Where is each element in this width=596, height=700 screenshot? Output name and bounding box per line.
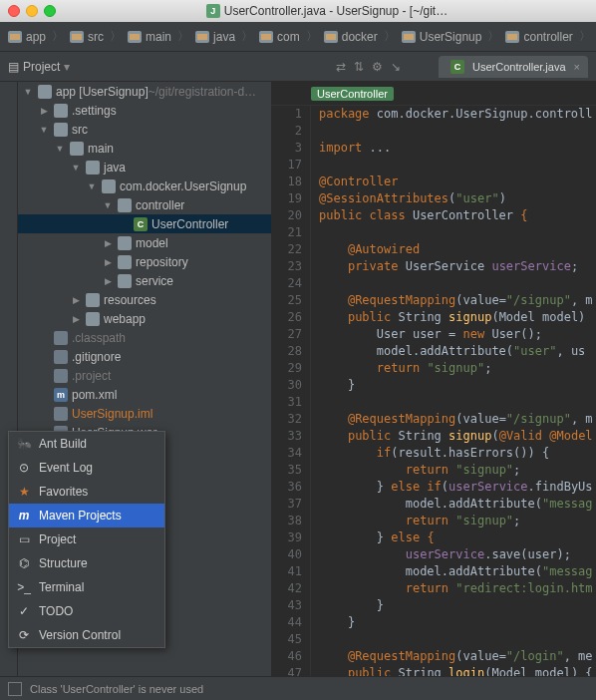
line-number[interactable]: 34 bbox=[271, 445, 302, 462]
popup-item[interactable]: mMaven Projects bbox=[9, 504, 164, 527]
line-number[interactable]: 38 bbox=[271, 513, 302, 529]
tree-row[interactable]: UserSignup.iml bbox=[18, 404, 271, 423]
toolbar-icon[interactable]: ⇄ bbox=[336, 60, 346, 74]
tree-twisty-icon[interactable]: ▶ bbox=[70, 295, 82, 305]
zoom-window-button[interactable] bbox=[44, 5, 56, 17]
code-line[interactable]: model.addAttribute("messag bbox=[319, 496, 596, 513]
popup-item[interactable]: ★Favorites bbox=[9, 480, 164, 504]
line-number[interactable]: 17 bbox=[271, 157, 302, 174]
code-line[interactable] bbox=[319, 224, 596, 241]
line-number[interactable]: 47 bbox=[271, 665, 302, 676]
code-line[interactable]: return "signup"; bbox=[319, 513, 596, 529]
tree-twisty-icon[interactable]: ▼ bbox=[54, 144, 66, 154]
tree-row[interactable]: CUserController bbox=[18, 214, 271, 233]
editor[interactable]: UserController 1231718192021222324252627… bbox=[271, 82, 596, 676]
popup-item[interactable]: ▭Project bbox=[9, 527, 164, 551]
code-line[interactable]: } else { bbox=[319, 529, 596, 546]
tool-window-toggle-icon[interactable] bbox=[8, 682, 22, 696]
tree-row[interactable]: ▶webapp bbox=[18, 309, 271, 328]
tree-row[interactable]: ▼app [UserSignup] ~/git/registration-d… bbox=[18, 82, 271, 101]
line-number[interactable]: 42 bbox=[271, 580, 302, 597]
code-line[interactable]: } bbox=[319, 597, 596, 614]
close-window-button[interactable] bbox=[8, 5, 20, 17]
line-number[interactable]: 23 bbox=[271, 258, 302, 275]
code-line[interactable]: import ... bbox=[319, 140, 596, 157]
code-line[interactable]: @Autowired bbox=[319, 241, 596, 258]
line-number[interactable]: 44 bbox=[271, 614, 302, 631]
popup-item[interactable]: 🐜Ant Build bbox=[9, 432, 164, 456]
code-content[interactable]: package com.docker.UserSignup.controllim… bbox=[311, 106, 596, 676]
code-line[interactable]: @Controller bbox=[319, 174, 596, 190]
line-number[interactable]: 35 bbox=[271, 462, 302, 479]
line-number[interactable]: 22 bbox=[271, 241, 302, 258]
breadcrumb-item[interactable]: com bbox=[255, 30, 304, 44]
line-number[interactable]: 2 bbox=[271, 123, 302, 140]
popup-item[interactable]: ⟳Version Control bbox=[9, 623, 164, 647]
code-line[interactable] bbox=[319, 394, 596, 411]
code-line[interactable]: public String signup(@Valid @Model bbox=[319, 428, 596, 445]
breadcrumb-item[interactable]: app bbox=[4, 30, 50, 44]
tree-row[interactable]: ▶repository bbox=[18, 252, 271, 271]
code-line[interactable]: } bbox=[319, 377, 596, 394]
tree-twisty-icon[interactable]: ▶ bbox=[70, 314, 82, 324]
line-number[interactable]: 18 bbox=[271, 174, 302, 190]
line-number[interactable]: 20 bbox=[271, 207, 302, 224]
chevron-down-icon[interactable]: ▾ bbox=[64, 60, 70, 74]
breadcrumb-item[interactable]: docker bbox=[320, 30, 382, 44]
toolbar-icon[interactable]: ⚙ bbox=[372, 60, 383, 74]
tree-row[interactable]: ▶model bbox=[18, 233, 271, 252]
popup-item[interactable]: ✓TODO bbox=[9, 599, 164, 623]
line-number[interactable]: 29 bbox=[271, 360, 302, 377]
breadcrumb-item[interactable]: UserSignup bbox=[398, 30, 486, 44]
line-number[interactable]: 40 bbox=[271, 546, 302, 563]
popup-item[interactable]: ⌬Structure bbox=[9, 551, 164, 575]
line-number[interactable]: 25 bbox=[271, 292, 302, 309]
code-line[interactable]: @RequestMapping(value="/signup", m bbox=[319, 292, 596, 309]
code-line[interactable]: return "signup"; bbox=[319, 360, 596, 377]
popup-item[interactable]: ⊙Event Log bbox=[9, 456, 164, 480]
code-line[interactable]: package com.docker.UserSignup.controll bbox=[319, 106, 596, 123]
line-number[interactable]: 33 bbox=[271, 428, 302, 445]
code-line[interactable] bbox=[319, 631, 596, 648]
line-number[interactable]: 24 bbox=[271, 275, 302, 292]
tree-twisty-icon[interactable]: ▼ bbox=[22, 87, 34, 97]
line-number[interactable]: 31 bbox=[271, 394, 302, 411]
line-number[interactable]: 30 bbox=[271, 377, 302, 394]
popup-item[interactable]: >_Terminal bbox=[9, 575, 164, 599]
code-line[interactable]: model.addAttribute("messag bbox=[319, 563, 596, 580]
code-line[interactable]: if(result.hasErrors()) { bbox=[319, 445, 596, 462]
code-line[interactable]: return "redirect:login.htm bbox=[319, 580, 596, 597]
class-crumb[interactable]: UserController bbox=[311, 87, 394, 101]
tree-twisty-icon[interactable]: ▼ bbox=[38, 125, 50, 135]
code-line[interactable] bbox=[319, 123, 596, 140]
tree-twisty-icon[interactable]: ▼ bbox=[70, 163, 82, 173]
line-number[interactable]: 45 bbox=[271, 631, 302, 648]
code-line[interactable]: userService.save(user); bbox=[319, 546, 596, 563]
tree-twisty-icon[interactable]: ▶ bbox=[102, 257, 114, 267]
editor-tab[interactable]: C UserController.java × bbox=[439, 56, 588, 78]
breadcrumb-item[interactable]: src bbox=[66, 30, 108, 44]
line-number[interactable]: 39 bbox=[271, 529, 302, 546]
toolbar-icon[interactable]: ↘ bbox=[391, 60, 401, 74]
code-line[interactable] bbox=[319, 275, 596, 292]
tree-row[interactable]: .gitignore bbox=[18, 347, 271, 366]
code-line[interactable]: public String signup(Model model) bbox=[319, 309, 596, 326]
code-line[interactable]: return "signup"; bbox=[319, 462, 596, 479]
line-number[interactable]: 36 bbox=[271, 479, 302, 496]
code-line[interactable]: @RequestMapping(value="/signup", m bbox=[319, 411, 596, 428]
tree-row[interactable]: mpom.xml bbox=[18, 385, 271, 404]
breadcrumb-item[interactable]: main bbox=[124, 30, 175, 44]
tree-row[interactable]: ▼controller bbox=[18, 195, 271, 214]
code-line[interactable]: private UserService userService; bbox=[319, 258, 596, 275]
code-line[interactable]: @SessionAttributes("user") bbox=[319, 190, 596, 207]
tree-twisty-icon[interactable]: ▶ bbox=[38, 106, 50, 116]
tree-row[interactable]: ▶.settings bbox=[18, 101, 271, 120]
line-number[interactable]: 32 bbox=[271, 411, 302, 428]
line-number[interactable]: 1 bbox=[271, 106, 302, 123]
line-number[interactable]: 46 bbox=[271, 648, 302, 665]
line-number[interactable]: 28 bbox=[271, 343, 302, 360]
code-line[interactable]: } else if(userService.findByUs bbox=[319, 479, 596, 496]
code-line[interactable]: User user = new User(); bbox=[319, 326, 596, 343]
code-line[interactable]: public String login(Model model) { bbox=[319, 665, 596, 676]
tree-twisty-icon[interactable]: ▶ bbox=[102, 238, 114, 248]
